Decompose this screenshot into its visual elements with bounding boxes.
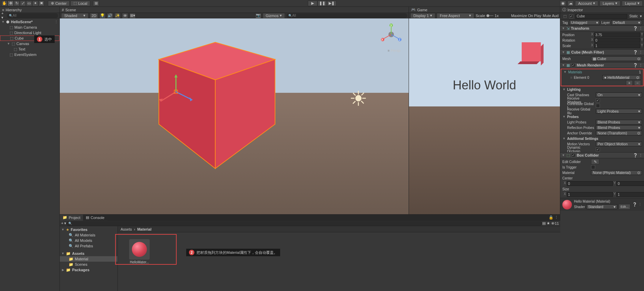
hierarchy-item-text[interactable]: ⬚Text bbox=[0, 46, 59, 52]
assets-grid[interactable]: HelloMater... 2把材质拖到方块的Material属性下，会自动覆盖… bbox=[118, 232, 560, 291]
material-folder[interactable]: 📁Material bbox=[60, 256, 118, 262]
aspect-dropdown[interactable]: Free Aspect▾ bbox=[437, 13, 474, 18]
snap-tool[interactable]: ⊞ bbox=[93, 1, 99, 6]
mesh-filter-header[interactable]: ▼▦Cube (Mesh Filter)❔ ⋮ bbox=[560, 49, 644, 55]
center-y[interactable] bbox=[616, 181, 644, 186]
fav-all-materials[interactable]: 🔍All Materials bbox=[60, 232, 118, 238]
scale-slider[interactable] bbox=[487, 15, 493, 16]
favorites-folder[interactable]: ▼★Favorites bbox=[60, 227, 118, 232]
lock-icon[interactable]: 🔒 bbox=[549, 215, 553, 220]
pivot-local[interactable]: ⬚Local bbox=[70, 1, 90, 6]
audio-toggle[interactable]: 🔊 bbox=[107, 13, 113, 18]
cloud-icon[interactable]: ☁ bbox=[567, 1, 574, 6]
hello-material-asset[interactable]: HelloMater... bbox=[127, 239, 151, 264]
reflection-probes-dropdown[interactable]: Blend Probes▾ bbox=[596, 125, 642, 130]
mute-toggle[interactable]: Mute Aud bbox=[543, 14, 559, 18]
fx-toggle[interactable]: ✨ bbox=[114, 13, 121, 18]
transform-header[interactable]: ▼⇲Transform❔ ⋮ bbox=[560, 25, 644, 31]
rect-tool[interactable]: ▭ bbox=[26, 1, 32, 6]
step-button[interactable]: ▶❚ bbox=[327, 1, 337, 6]
hidden-toggle[interactable]: 👁 bbox=[122, 13, 128, 18]
receive-shadows-checkbox[interactable]: ✓ bbox=[596, 98, 600, 102]
persp-label[interactable]: ≡ Persp bbox=[388, 48, 400, 53]
motion-vectors-dropdown[interactable]: Per Object Motion▾ bbox=[596, 142, 642, 146]
filter-icon[interactable]: ▤ bbox=[542, 221, 546, 225]
add-material-button[interactable]: + bbox=[626, 80, 633, 86]
assets-folder[interactable]: ▼📁Assets bbox=[60, 251, 118, 256]
fav-all-prefabs[interactable]: 🔍All Prefabs bbox=[60, 243, 118, 249]
account-dropdown[interactable]: Account ▾ bbox=[575, 1, 598, 6]
scene-search[interactable]: 🔍 bbox=[286, 13, 407, 18]
layer-dropdown[interactable]: Default▾ bbox=[611, 20, 642, 25]
camera-icon[interactable]: 📷 bbox=[255, 13, 261, 18]
scale-tool[interactable]: ⤢ bbox=[20, 1, 26, 6]
layout-dropdown[interactable]: Layout ▾ bbox=[622, 1, 643, 6]
project-tab[interactable]: 📁Project bbox=[60, 215, 83, 221]
size-y[interactable] bbox=[616, 192, 644, 197]
dynamic-occlusion-checkbox[interactable]: ✓ bbox=[596, 147, 600, 151]
packages-folder[interactable]: ▶📁Packages bbox=[60, 267, 118, 273]
anchor-field[interactable]: None (Transform)⊙ bbox=[596, 131, 642, 135]
directional-light-gizmo[interactable]: ☀ bbox=[349, 87, 368, 111]
favorite-filter-icon[interactable]: ★ bbox=[547, 221, 550, 225]
mesh-renderer-header[interactable]: ▼▦✓Mesh Renderer❔ ⋮ bbox=[560, 62, 644, 68]
rot-x[interactable] bbox=[594, 38, 640, 43]
hierarchy-item-light[interactable]: ⬚Directional Light bbox=[0, 30, 59, 35]
transform-tool[interactable]: ✦ bbox=[32, 1, 38, 6]
play-button[interactable]: ▶ bbox=[308, 1, 317, 6]
collab-icon[interactable]: ◉ bbox=[560, 1, 566, 6]
add-asset-button[interactable]: + ▾ bbox=[61, 221, 66, 225]
breadcrumb-material[interactable]: Material bbox=[137, 227, 152, 231]
active-checkbox[interactable]: ✓ bbox=[569, 14, 573, 18]
box-collider-header[interactable]: ▼⬚✓Box Collider❔ ⋮ bbox=[560, 152, 644, 158]
breadcrumb-assets[interactable]: Assets bbox=[121, 227, 132, 231]
scenes-folder[interactable]: 📁Scenes bbox=[60, 262, 118, 267]
grid-toggle[interactable]: ⊞▾ bbox=[129, 13, 136, 18]
is-trigger-checkbox[interactable] bbox=[591, 165, 595, 169]
edit-collider-button[interactable]: ✎ bbox=[591, 159, 599, 164]
shaded-dropdown[interactable]: Shaded▾ bbox=[61, 13, 88, 18]
cast-shadows-dropdown[interactable]: On▾ bbox=[596, 92, 642, 97]
tag-dropdown[interactable]: Untagged▾ bbox=[569, 20, 600, 25]
view-gizmo[interactable]: x y z bbox=[379, 23, 403, 46]
remove-material-button[interactable]: − bbox=[634, 80, 641, 86]
contribute-gi-checkbox[interactable] bbox=[596, 104, 600, 108]
element0-field[interactable]: ● HelloMaterial⊙ bbox=[602, 75, 641, 80]
material-preview[interactable]: Hello Material (Material) Shader Standar… bbox=[560, 198, 644, 211]
size-x[interactable] bbox=[567, 192, 613, 197]
scene-view[interactable]: ☀ x y z ≡ Persp bbox=[60, 18, 409, 214]
light-probes-dropdown[interactable]: Blend Probes▾ bbox=[596, 120, 642, 125]
inspector-tab[interactable]: ⓘInspector bbox=[560, 7, 644, 13]
2d-toggle[interactable]: 2D bbox=[90, 13, 98, 18]
static-dropdown[interactable]: ▾ bbox=[640, 14, 642, 18]
console-tab[interactable]: ▤Console bbox=[83, 215, 107, 221]
drag-icon[interactable]: ≡ bbox=[570, 75, 572, 79]
custom-tool[interactable]: ✖ bbox=[38, 1, 44, 6]
collider-enabled[interactable]: ✓ bbox=[571, 153, 575, 157]
phys-material-field[interactable]: None (Physic Material)⊙ bbox=[591, 170, 642, 175]
edit-shader-button[interactable]: Edit... bbox=[619, 204, 630, 209]
hierarchy-item-eventsystem[interactable]: ⬚EventSystem bbox=[0, 52, 59, 57]
game-tab[interactable]: 🎮Game bbox=[409, 7, 560, 13]
hierarchy-item-camera[interactable]: ⬚Main Camera bbox=[0, 25, 59, 30]
display-dropdown[interactable]: Display 1 ▾ bbox=[410, 13, 435, 18]
scene-root[interactable]: ▼⬢HelloScene*⋮ bbox=[0, 19, 59, 25]
fav-all-models[interactable]: 🔍All Models bbox=[60, 238, 118, 243]
layers-dropdown[interactable]: Layers ▾ bbox=[600, 1, 620, 6]
pos-x[interactable] bbox=[594, 32, 640, 37]
pivot-center[interactable]: ⊕Center bbox=[48, 1, 70, 6]
object-name-input[interactable] bbox=[575, 14, 627, 19]
renderer-enabled[interactable]: ✓ bbox=[571, 63, 575, 67]
hidden-count[interactable]: 👁11 bbox=[551, 221, 559, 225]
project-search[interactable]: 🔍 bbox=[66, 221, 542, 226]
hierarchy-tab[interactable]: ≡Hierarchy bbox=[0, 7, 59, 13]
scene-tab[interactable]: #Scene bbox=[60, 7, 409, 13]
mesh-field[interactable]: ▦ Cube⊙ bbox=[591, 56, 642, 61]
scl-x[interactable] bbox=[594, 43, 640, 48]
lighting-toggle[interactable]: 💡 bbox=[99, 13, 106, 18]
rotate-tool[interactable]: ↻ bbox=[14, 1, 20, 6]
move-tool[interactable]: ✥ bbox=[8, 1, 14, 6]
maximize-toggle[interactable]: Maximize On Play bbox=[511, 14, 542, 18]
hand-tool[interactable]: ✋ bbox=[1, 1, 8, 6]
center-x[interactable] bbox=[567, 181, 613, 186]
